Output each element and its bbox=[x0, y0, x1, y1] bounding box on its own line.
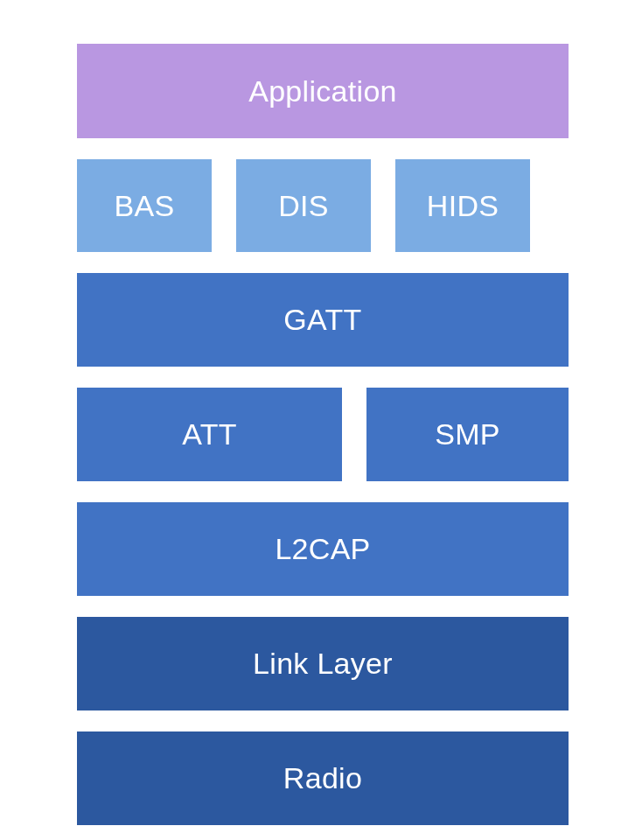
att-smp-row: ATT SMP bbox=[77, 388, 569, 481]
service-hids: HIDS bbox=[395, 159, 530, 252]
ble-stack-diagram: Application BAS DIS HIDS GATT ATT SMP L2… bbox=[77, 44, 569, 825]
layer-link-layer: Link Layer bbox=[77, 617, 569, 710]
service-bas: BAS bbox=[77, 159, 212, 252]
layer-att: ATT bbox=[77, 388, 342, 481]
layer-gatt: GATT bbox=[77, 273, 569, 367]
layer-smp: SMP bbox=[366, 388, 569, 481]
layer-l2cap: L2CAP bbox=[77, 502, 569, 596]
service-layer-row: BAS DIS HIDS bbox=[77, 159, 569, 252]
layer-application: Application bbox=[77, 44, 569, 138]
layer-radio: Radio bbox=[77, 732, 569, 825]
service-dis: DIS bbox=[236, 159, 371, 252]
